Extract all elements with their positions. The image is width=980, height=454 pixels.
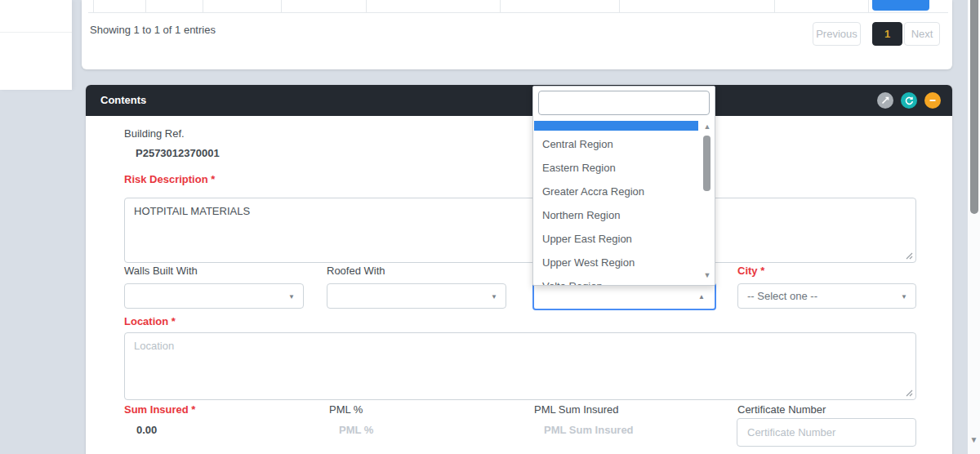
- page-scrollbar-thumb[interactable]: [970, 0, 978, 214]
- certificate-number-label: Certificate Number: [737, 403, 826, 416]
- pagination-next-button[interactable]: Next: [904, 22, 940, 46]
- sidebar-panel: [0, 0, 72, 90]
- sum-insured-label: Sum Insured *: [124, 403, 195, 416]
- pml-percent-label: PML %: [329, 403, 363, 416]
- roofed-with-label: Roofed With: [327, 265, 385, 277]
- table-cell-border: [868, 0, 869, 12]
- table-cell-border: [500, 0, 501, 12]
- city-select[interactable]: -- Select one -- ▼: [737, 283, 916, 309]
- sidebar-cell: [0, 0, 72, 33]
- risk-description-textarea[interactable]: HOTPITAIL MATERIALS: [124, 198, 916, 263]
- scroll-down-icon[interactable]: ▼: [701, 271, 714, 279]
- table-cell-border: [145, 0, 146, 12]
- pml-percent-input[interactable]: [339, 421, 502, 438]
- dropdown-option[interactable]: Upper West Region: [533, 251, 699, 274]
- page-scrollbar[interactable]: [968, 0, 980, 454]
- walls-built-with-label: Walls Built With: [124, 265, 198, 277]
- contents-panel-header: Contents: [86, 85, 952, 116]
- pagination-page-1-button[interactable]: 1: [872, 22, 902, 46]
- risk-description-label: Risk Description *: [124, 173, 215, 185]
- table-cell-border: [203, 0, 203, 12]
- dropdown-option[interactable]: Central Region: [533, 132, 699, 156]
- dropdown-option-list: Central Region Eastern Region Greater Ac…: [533, 132, 699, 286]
- building-ref-label: Building Ref.: [124, 127, 185, 140]
- certificate-number-input[interactable]: [737, 418, 916, 447]
- chevron-down-icon: ▼: [901, 284, 907, 309]
- dropdown-option[interactable]: Greater Accra Region: [533, 180, 699, 203]
- city-select-value: -- Select one --: [747, 290, 817, 302]
- dropdown-search-input[interactable]: [538, 91, 710, 115]
- building-ref-value: P2573012370001: [136, 147, 220, 159]
- chevron-down-icon: ▼: [288, 284, 295, 309]
- refresh-icon[interactable]: [901, 92, 917, 109]
- dropdown-option-selected-empty[interactable]: [534, 121, 698, 131]
- region-dropdown-menu: Central Region Eastern Region Greater Ac…: [532, 86, 715, 286]
- dropdown-scrollbar-thumb[interactable]: [703, 136, 710, 191]
- page: Showing 1 to 1 of 1 entries Previous 1 N…: [0, 0, 980, 454]
- dropdown-option[interactable]: Northern Region: [533, 203, 699, 227]
- table-card: Showing 1 to 1 of 1 entries Previous 1 N…: [82, 0, 952, 69]
- table-cell-border: [281, 0, 282, 12]
- pml-sum-insured-input[interactable]: [544, 421, 707, 438]
- contents-form: Building Ref. P2573012370001 Risk Descri…: [86, 116, 952, 454]
- row-action-button[interactable]: [872, 0, 929, 11]
- city-label: City *: [737, 265, 764, 277]
- collapse-icon[interactable]: [924, 92, 941, 109]
- table-cell-border: [619, 0, 620, 12]
- expand-icon[interactable]: [877, 92, 893, 109]
- location-textarea[interactable]: [124, 332, 916, 400]
- contents-panel: Contents Building Ref. P2573012370001 Ri…: [86, 85, 952, 454]
- region-select-open[interactable]: ▲: [532, 283, 716, 310]
- chevron-down-icon: ▼: [491, 284, 497, 309]
- scroll-up-icon[interactable]: ▲: [701, 122, 714, 131]
- dropdown-option[interactable]: Eastern Region: [533, 156, 699, 180]
- pml-sum-insured-label: PML Sum Insured: [534, 403, 619, 416]
- roofed-with-select[interactable]: ▼: [327, 283, 506, 309]
- sum-insured-input[interactable]: [136, 421, 300, 438]
- table-row-border: [88, 12, 948, 13]
- table-cell-border: [93, 0, 94, 12]
- panel-toolbar: [877, 92, 941, 109]
- panel-title: Contents: [100, 85, 146, 116]
- table-info: Showing 1 to 1 of 1 entries: [90, 24, 216, 36]
- table-cell-border: [366, 0, 367, 12]
- scroll-down-icon[interactable]: ▼: [968, 435, 980, 444]
- pagination-previous-button[interactable]: Previous: [813, 22, 861, 46]
- location-label: Location *: [124, 315, 176, 327]
- dropdown-option[interactable]: Upper East Region: [533, 227, 699, 251]
- dropdown-option[interactable]: Volta Region: [533, 274, 699, 286]
- walls-built-with-select[interactable]: ▼: [124, 283, 304, 309]
- chevron-up-icon: ▲: [698, 284, 705, 309]
- table-cell-border: [774, 0, 775, 12]
